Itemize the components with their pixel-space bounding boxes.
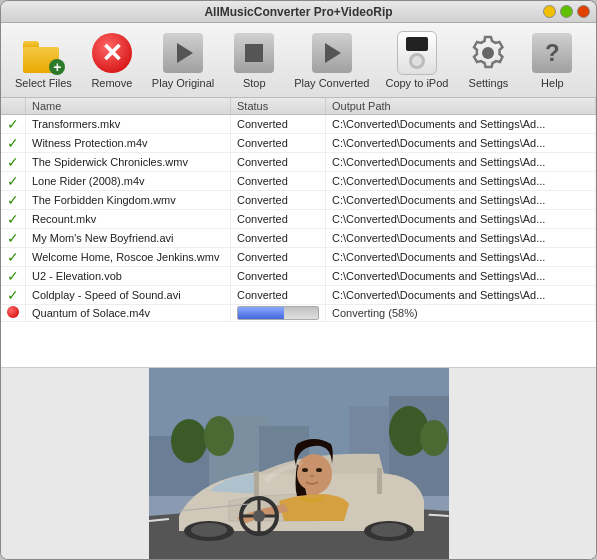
table-row[interactable]: ✓Coldplay - Speed of Sound.aviConvertedC…	[1, 286, 596, 305]
row-output-path: C:\Converted\Documents and Settings\Ad..…	[326, 267, 596, 286]
row-status-icon: ✓	[1, 191, 26, 210]
preview-area	[1, 368, 596, 559]
row-status: Converted	[231, 210, 326, 229]
check-icon: ✓	[7, 268, 19, 284]
select-files-button[interactable]: + Select Files	[9, 27, 78, 93]
table-row[interactable]: ✓U2 - Elevation.vobConvertedC:\Converted…	[1, 267, 596, 286]
svg-point-26	[371, 523, 407, 537]
window-controls	[543, 5, 590, 18]
row-output-path: C:\Converted\Documents and Settings\Ad..…	[326, 229, 596, 248]
select-files-label: Select Files	[15, 77, 72, 89]
table-row[interactable]: ✓Transformers.mkvConvertedC:\Converted\D…	[1, 115, 596, 134]
svg-point-17	[310, 475, 314, 478]
table-row[interactable]: ✓Lone Rider (2008).m4vConvertedC:\Conver…	[1, 172, 596, 191]
table-row[interactable]: ✓The Forbidden Kingdom.wmvConvertedC:\Co…	[1, 191, 596, 210]
table-row[interactable]: ✓My Mom's New Boyfriend.aviConvertedC:\C…	[1, 229, 596, 248]
svg-rect-12	[377, 468, 382, 494]
row-status-icon	[1, 305, 26, 322]
play-converted-button[interactable]: Play Converted	[288, 27, 375, 93]
close-button[interactable]	[577, 5, 590, 18]
settings-button[interactable]: Settings	[458, 27, 518, 93]
play-original-button[interactable]: Play Original	[146, 27, 220, 93]
check-icon: ✓	[7, 135, 19, 151]
settings-label: Settings	[469, 77, 509, 89]
row-file-name: The Spiderwick Chronicles.wmv	[26, 153, 231, 172]
row-status-icon: ✓	[1, 172, 26, 191]
table-row[interactable]: ✓Witness Protection.m4vConvertedC:\Conve…	[1, 134, 596, 153]
row-status-icon: ✓	[1, 248, 26, 267]
row-output-path: C:\Converted\Documents and Settings\Ad..…	[326, 248, 596, 267]
play-converted-icon-area	[310, 31, 354, 75]
remove-icon-area: ✕	[90, 31, 134, 75]
table-row[interactable]: Quantum of Solace.m4vConverting (58%)	[1, 305, 596, 322]
row-status-icon: ✓	[1, 134, 26, 153]
col-header-status: Status	[231, 98, 326, 115]
play-converted-label: Play Converted	[294, 77, 369, 89]
row-status: Converted	[231, 134, 326, 153]
row-status-icon: ✓	[1, 153, 26, 172]
file-table: Name Status Output Path ✓Transformers.mk…	[1, 98, 596, 322]
check-icon: ✓	[7, 173, 19, 189]
copy-to-ipod-icon	[397, 31, 437, 75]
check-icon: ✓	[7, 192, 19, 208]
row-status: Converted	[231, 115, 326, 134]
row-file-name: Recount.mkv	[26, 210, 231, 229]
row-status-icon: ✓	[1, 229, 26, 248]
row-status-icon: ✓	[1, 115, 26, 134]
stop-label: Stop	[243, 77, 266, 89]
table-row[interactable]: ✓The Spiderwick Chronicles.wmvConvertedC…	[1, 153, 596, 172]
remove-label: Remove	[91, 77, 132, 89]
help-icon: ?	[532, 33, 572, 73]
row-file-name: Lone Rider (2008).m4v	[26, 172, 231, 191]
col-header-name: Name	[26, 98, 231, 115]
row-file-name: My Mom's New Boyfriend.avi	[26, 229, 231, 248]
settings-icon	[468, 33, 508, 73]
svg-rect-11	[254, 471, 259, 496]
row-status-icon: ✓	[1, 210, 26, 229]
remove-button[interactable]: ✕ Remove	[82, 27, 142, 93]
play-original-icon	[163, 33, 203, 73]
help-button[interactable]: ? Help	[522, 27, 582, 93]
maximize-button[interactable]	[560, 5, 573, 18]
row-status: Converted	[231, 248, 326, 267]
row-output-path: C:\Converted\Documents and Settings\Ad..…	[326, 134, 596, 153]
svg-point-22	[253, 510, 265, 522]
check-icon: ✓	[7, 230, 19, 246]
row-file-name: Quantum of Solace.m4v	[26, 305, 231, 322]
row-file-name: Welcome Home, Roscoe Jenkins.wmv	[26, 248, 231, 267]
svg-point-15	[302, 468, 308, 472]
toolbar: + Select Files ✕ Remove Play Original	[1, 23, 596, 98]
row-output-path: C:\Converted\Documents and Settings\Ad..…	[326, 115, 596, 134]
check-icon: ✓	[7, 287, 19, 303]
row-output-path: C:\Converted\Documents and Settings\Ad..…	[326, 172, 596, 191]
stop-icon	[234, 33, 274, 73]
row-output-path: Converting (58%)	[326, 305, 596, 322]
row-status	[231, 305, 326, 322]
svg-point-7	[171, 419, 207, 463]
help-label: Help	[541, 77, 564, 89]
settings-icon-area	[466, 31, 510, 75]
dot-icon	[7, 306, 19, 318]
check-icon: ✓	[7, 211, 19, 227]
col-header-path: Output Path	[326, 98, 596, 115]
row-status: Converted	[231, 267, 326, 286]
table-row[interactable]: ✓Welcome Home, Roscoe Jenkins.wmvConvert…	[1, 248, 596, 267]
row-file-name: Witness Protection.m4v	[26, 134, 231, 153]
progress-bar-outer	[237, 306, 319, 320]
help-icon-area: ?	[530, 31, 574, 75]
row-output-path: C:\Converted\Documents and Settings\Ad..…	[326, 210, 596, 229]
copy-to-ipod-button[interactable]: Copy to iPod	[379, 27, 454, 93]
select-files-icon: +	[21, 31, 65, 75]
play-original-label: Play Original	[152, 77, 214, 89]
row-status: Converted	[231, 153, 326, 172]
play-original-icon-area	[161, 31, 205, 75]
row-status: Converted	[231, 172, 326, 191]
file-list: Name Status Output Path ✓Transformers.mk…	[1, 98, 596, 368]
minimize-button[interactable]	[543, 5, 556, 18]
svg-point-10	[420, 420, 448, 456]
row-status-icon: ✓	[1, 286, 26, 305]
stop-button[interactable]: Stop	[224, 27, 284, 93]
title-bar: AllMusicConverter Pro+VideoRip	[1, 1, 596, 23]
main-window: AllMusicConverter Pro+VideoRip + Select …	[0, 0, 597, 560]
table-row[interactable]: ✓Recount.mkvConvertedC:\Converted\Docume…	[1, 210, 596, 229]
